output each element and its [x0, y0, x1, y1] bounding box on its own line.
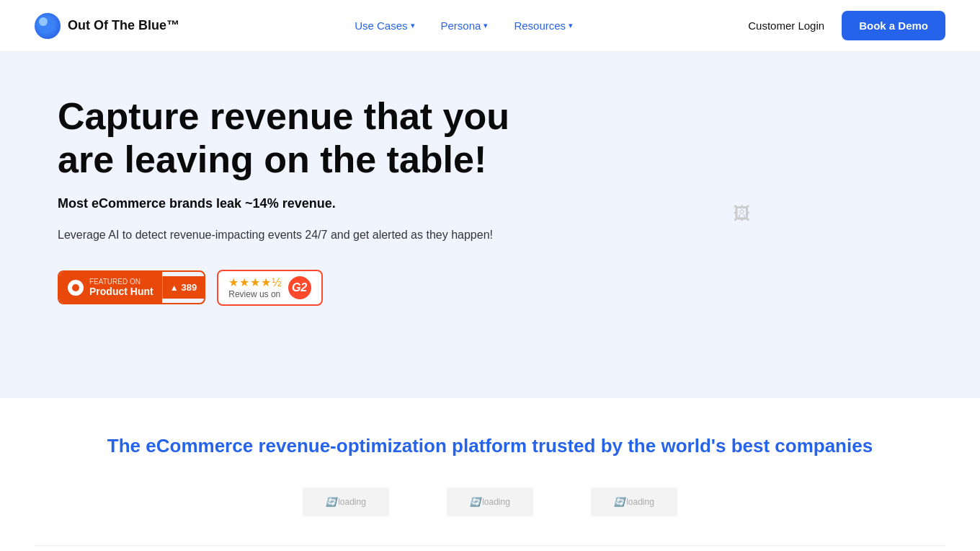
chevron-down-icon-2: ▾ [484, 21, 488, 30]
ph-text: FEATURED ON Product Hunt [89, 278, 153, 297]
trust-logo-3: 🔄 loading [591, 488, 677, 516]
trust-section: The eCommerce revenue-optimization platf… [0, 398, 980, 545]
book-demo-label: Book a Demo [859, 19, 928, 32]
logo-text: Out Of The Blue™ [68, 18, 179, 33]
g2-review-text: Review us on [228, 289, 282, 299]
customer-login-label: Customer Login [748, 19, 824, 32]
ph-featured-label: FEATURED ON [89, 278, 153, 286]
nav-links: Use Cases ▾ Persona ▾ Resources ▾ [344, 14, 583, 38]
ph-logo-circle [68, 280, 84, 296]
trust-logo-2: 🔄 loading [447, 488, 533, 516]
ph-badge-left: FEATURED ON Product Hunt [59, 272, 162, 303]
logo-icon [35, 13, 61, 39]
hero-description: Leverage AI to detect revenue-impacting … [58, 226, 519, 244]
ph-badge-right: ▲ 389 [162, 276, 205, 299]
ph-count: 389 [182, 282, 197, 293]
g2-badge[interactable]: ★★★★½ Review us on G2 [217, 270, 322, 305]
nav-label-use-cases: Use Cases [355, 19, 407, 32]
loading-label-3: loading [626, 497, 654, 507]
chevron-down-icon: ▾ [411, 21, 415, 30]
trust-logos: 🔄 loading 🔄 loading 🔄 loading [58, 488, 922, 516]
loading-text-3: 🔄 [614, 497, 625, 507]
book-demo-button[interactable]: Book a Demo [842, 11, 945, 40]
nav-right: Customer Login Book a Demo [748, 11, 945, 40]
nav-item-use-cases[interactable]: Use Cases ▾ [344, 14, 424, 38]
ph-logo-inner [72, 284, 79, 291]
section-divider [35, 545, 945, 546]
loading-text-1: 🔄 [326, 497, 337, 507]
nav-item-persona[interactable]: Persona ▾ [431, 14, 499, 38]
ph-product-name: Product Hunt [89, 286, 153, 297]
nav-label-persona: Persona [441, 19, 481, 32]
nav-item-resources[interactable]: Resources ▾ [504, 14, 583, 38]
hero-image-placeholder: 🖼 [562, 98, 922, 329]
customer-login-link[interactable]: Customer Login [748, 19, 824, 32]
hero-right: 🖼 [562, 95, 922, 329]
loading-text-2: 🔄 [470, 497, 481, 507]
trust-logo-1: 🔄 loading [303, 488, 389, 516]
hero-left: Capture revenue that you are leaving on … [58, 95, 519, 306]
hero-title: Capture revenue that you are leaving on … [58, 95, 519, 182]
hero-section: Capture revenue that you are leaving on … [0, 52, 980, 398]
nav-label-resources: Resources [514, 19, 566, 32]
hero-subtitle: Most eCommerce brands leak ~14% revenue. [58, 196, 519, 211]
hero-badges: FEATURED ON Product Hunt ▲ 389 ★★★★½ Rev… [58, 270, 519, 305]
loading-label-2: loading [482, 497, 510, 507]
chevron-down-icon-3: ▾ [569, 21, 573, 30]
broken-image-icon: 🖼 [734, 203, 751, 224]
g2-text-block: ★★★★½ Review us on [228, 276, 282, 299]
ph-arrow-icon: ▲ [170, 283, 179, 293]
loading-label-1: loading [338, 497, 366, 507]
trust-title: The eCommerce revenue-optimization platf… [58, 433, 922, 459]
g2-logo: G2 [288, 276, 311, 299]
g2-stars: ★★★★½ [228, 276, 282, 289]
navbar: Out Of The Blue™ Use Cases ▾ Persona ▾ R… [0, 0, 980, 52]
product-hunt-badge[interactable]: FEATURED ON Product Hunt ▲ 389 [58, 270, 205, 304]
logo[interactable]: Out Of The Blue™ [35, 13, 179, 39]
